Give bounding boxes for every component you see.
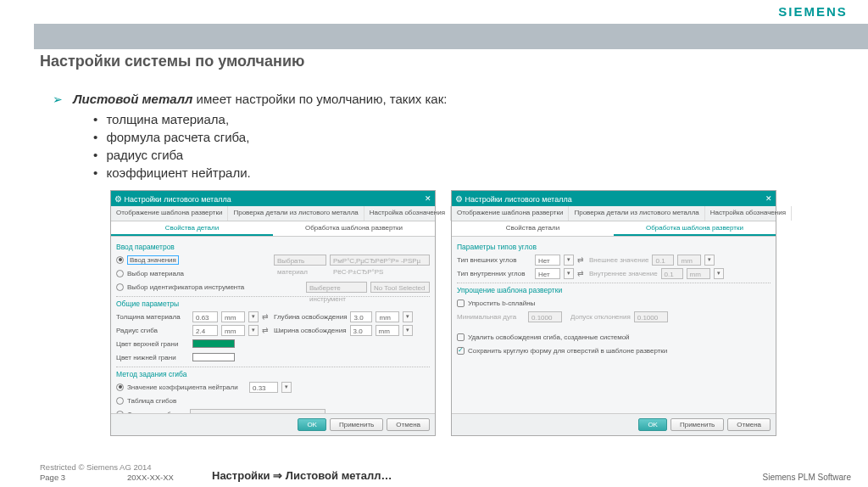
footer-breadcrumb: Настройки ⇒ Листовой металл… bbox=[212, 469, 392, 482]
tab-flat-pattern-display[interactable]: Отображение шаблона развертки bbox=[111, 206, 228, 221]
bottom-color-swatch[interactable] bbox=[192, 353, 235, 361]
remove-relief-label: Удалить освобождения сгиба, созданные си… bbox=[468, 333, 630, 341]
relief-width-input[interactable]: 3.0 bbox=[350, 325, 372, 336]
dialog-titlebar[interactable]: ⚙ Настройки листового металла ✕ bbox=[111, 191, 435, 206]
ok-button[interactable]: OK bbox=[638, 418, 667, 431]
neutral-factor-input[interactable]: 0.33 bbox=[249, 382, 278, 393]
relief-width-label: Ширина освобождения bbox=[274, 327, 347, 334]
radio-value-entry[interactable] bbox=[116, 256, 124, 264]
bend-table-label: Таблица сгибов bbox=[127, 397, 176, 405]
top-color-swatch[interactable] bbox=[192, 339, 235, 348]
intro-text: ➢ Листовой металл имеет настройки по умо… bbox=[53, 92, 447, 106]
dialog-title: Настройки листового металла bbox=[465, 195, 572, 204]
tab-part-properties[interactable]: Свойства детали bbox=[452, 221, 614, 236]
bullet-item: толщина материала, bbox=[93, 110, 251, 128]
link-icon[interactable]: ⇄ bbox=[577, 255, 586, 264]
chevron-down-icon: ▾ bbox=[704, 255, 715, 266]
inside-corner-select[interactable]: Нет bbox=[535, 268, 560, 279]
thickness-unit[interactable]: mm bbox=[221, 311, 245, 322]
radio-material[interactable] bbox=[116, 270, 124, 277]
siemens-logo: SIEMENS bbox=[758, 0, 868, 24]
chevron-down-icon[interactable]: ▾ bbox=[564, 268, 574, 279]
chevron-down-icon[interactable]: ▾ bbox=[564, 255, 574, 266]
chevron-down-icon[interactable]: ▾ bbox=[403, 311, 413, 322]
tolerance-input: 0.1000 bbox=[634, 311, 668, 322]
apply-button[interactable]: Применить bbox=[330, 418, 383, 431]
inside-value-input: 0.1 bbox=[661, 268, 683, 279]
close-icon[interactable]: ✕ bbox=[425, 194, 431, 203]
check-remove-relief[interactable] bbox=[457, 333, 465, 341]
tab-annotation[interactable]: Настройка обозначения bbox=[364, 206, 451, 221]
dialog-titlebar[interactable]: ⚙ Настройки листового металла ✕ bbox=[452, 191, 776, 206]
bend-radius-unit[interactable]: mm bbox=[221, 325, 245, 336]
min-arc-label: Минимальная дуга bbox=[457, 313, 525, 321]
tab-part-validation[interactable]: Проверка детали из листового металла bbox=[228, 206, 364, 221]
neutral-factor-label: Значение коэффициента нейтрали bbox=[127, 383, 246, 391]
header-bar bbox=[34, 24, 868, 49]
arrow-icon: ➢ bbox=[53, 92, 63, 106]
thickness-label: Толщина материала bbox=[116, 313, 189, 321]
tab-flat-pattern-treatment[interactable]: Обработка шаблона развертки bbox=[614, 221, 776, 236]
inside-unit: mm bbox=[687, 268, 710, 279]
tab-flat-pattern-treatment[interactable]: Обработка шаблона развертки bbox=[273, 221, 435, 236]
cancel-button[interactable]: Отмена bbox=[387, 418, 430, 431]
link-icon[interactable]: ⇄ bbox=[262, 312, 270, 321]
ok-button[interactable]: OK bbox=[298, 418, 326, 431]
outside-corner-select[interactable]: Нет bbox=[535, 255, 560, 266]
relief-depth-unit[interactable]: mm bbox=[376, 311, 399, 322]
check-keep-round[interactable] bbox=[457, 347, 465, 355]
bend-radius-label: Радиус сгиба bbox=[116, 327, 189, 334]
chevron-down-icon[interactable]: ▾ bbox=[248, 325, 259, 336]
group-parameter-entry: Ввод параметров bbox=[116, 240, 430, 253]
chevron-down-icon[interactable]: ▾ bbox=[248, 311, 259, 322]
group-global-params: Общие параметры bbox=[116, 296, 430, 310]
radio-material-label: Выбор материала bbox=[127, 270, 184, 277]
bullet-item: радиус сгиба bbox=[93, 146, 251, 164]
group-bend-method: Метод задания сгиба bbox=[116, 367, 430, 380]
outside-corner-label: Тип внешних углов bbox=[457, 256, 531, 264]
radio-bend-table[interactable] bbox=[116, 397, 124, 405]
inside-corner-label: Тип внутренних углов bbox=[457, 270, 531, 277]
radio-tool-id-label: Выбор идентификатора инструмента bbox=[127, 283, 244, 291]
bullet-list: толщина материала, формула расчета сгиба… bbox=[93, 110, 251, 182]
intro-rest: имеет настройки по умолчанию, таких как: bbox=[192, 92, 447, 106]
chevron-down-icon[interactable]: ▾ bbox=[281, 382, 292, 393]
footer-brand: Siemens PLM Software bbox=[763, 473, 852, 482]
chevron-down-icon[interactable]: ▾ bbox=[403, 325, 413, 336]
tool-value: No Tool Selected bbox=[370, 282, 430, 293]
link-icon[interactable]: ⇄ bbox=[262, 326, 270, 334]
tab-part-validation[interactable]: Проверка детали из листового металла bbox=[569, 206, 704, 221]
material-select-button[interactable]: Выбрать материал bbox=[274, 255, 326, 266]
outside-value-input: 0.1 bbox=[652, 255, 674, 266]
material-value: PмP°C‚PµCЂРёP°P» -PSPµ PёC·P±CЂP°PS bbox=[330, 255, 430, 266]
check-simplify-bsplines[interactable] bbox=[457, 299, 465, 307]
dialog-title: Настройки листового металла bbox=[125, 195, 231, 204]
tool-select-button[interactable]: Выберете инструмент bbox=[306, 282, 367, 293]
close-icon[interactable]: ✕ bbox=[765, 194, 772, 203]
bend-radius-input[interactable]: 2.4 bbox=[192, 325, 218, 336]
keep-round-label: Сохранить круглую форму для отверстий в … bbox=[468, 347, 667, 355]
apply-button[interactable]: Применить bbox=[670, 418, 724, 431]
relief-width-unit[interactable]: mm bbox=[376, 325, 399, 336]
outside-value-label: Внешнее значение bbox=[589, 256, 648, 264]
tab-part-properties[interactable]: Свойства детали bbox=[111, 221, 273, 236]
radio-tool-id[interactable] bbox=[116, 283, 124, 291]
radio-value-entry-label: Ввод значения bbox=[127, 255, 179, 265]
radio-neutral-factor[interactable] bbox=[116, 383, 124, 391]
tolerance-label: Допуск отклонения bbox=[570, 313, 631, 321]
thickness-input[interactable]: 0.63 bbox=[192, 311, 218, 322]
chevron-down-icon: ▾ bbox=[714, 268, 724, 279]
footer-restricted: Restricted © Siemens AG 2014 bbox=[40, 462, 152, 472]
gear-icon: ⚙ bbox=[455, 194, 463, 204]
link-icon[interactable]: ⇄ bbox=[577, 269, 586, 277]
group-simplify: Упрощение шаблона развертки bbox=[457, 283, 771, 296]
settings-dialog-flat-pattern: ⚙ Настройки листового металла ✕ Отображе… bbox=[451, 190, 776, 436]
tab-flat-pattern-display[interactable]: Отображение шаблона развертки bbox=[452, 206, 569, 221]
group-corner-params: Параметры типов углов bbox=[457, 240, 771, 253]
cancel-button[interactable]: Отмена bbox=[727, 418, 771, 431]
outside-unit: mm bbox=[677, 255, 701, 266]
relief-depth-input[interactable]: 3.0 bbox=[350, 311, 372, 322]
tab-annotation[interactable]: Настройка обозначения bbox=[705, 206, 792, 221]
footer-page: Page 3 bbox=[40, 473, 65, 482]
settings-dialog-part-properties: ⚙ Настройки листового металла ✕ Отображе… bbox=[110, 190, 436, 436]
